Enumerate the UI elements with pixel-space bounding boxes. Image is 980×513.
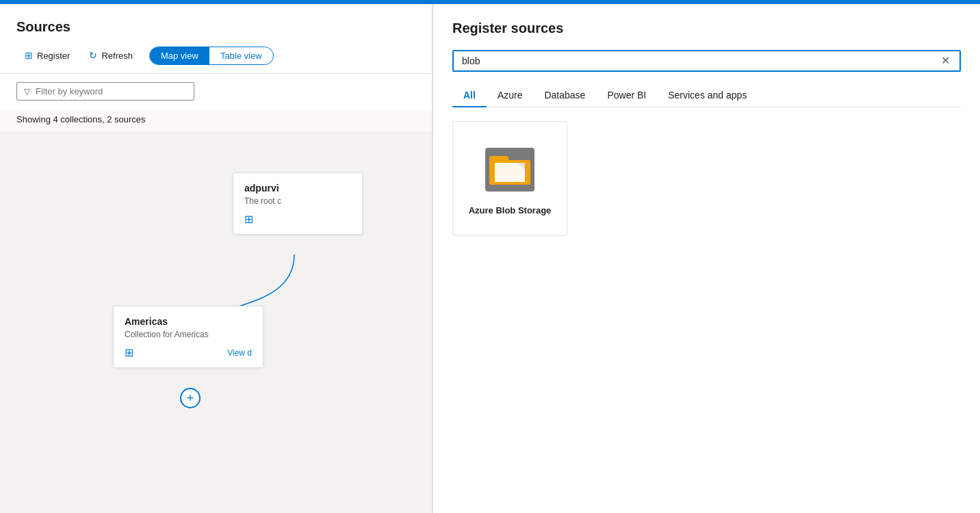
filter-icon: ▽	[24, 87, 30, 96]
tab-database[interactable]: Database	[533, 84, 596, 107]
azure-blob-storage-label: Azure Blob Storage	[469, 205, 552, 215]
source-card-azure-blob-storage[interactable]: Azure Blob Storage	[452, 121, 567, 236]
root-collection-card[interactable]: adpurvi The root c ⊞	[233, 172, 363, 235]
showing-text: Showing 4 collections, 2 sources	[0, 109, 432, 131]
add-child-button[interactable]: +	[180, 388, 201, 408]
americas-card-subtitle: Collection for Americas	[125, 330, 252, 339]
root-card-subtitle: The root c	[244, 196, 351, 206]
register-button[interactable]: ⊞ Register	[16, 46, 78, 65]
tab-all[interactable]: All	[452, 84, 487, 107]
map-canvas: adpurvi The root c ⊞ Americas Collection…	[0, 131, 432, 513]
root-card-footer: ⊞	[244, 213, 351, 226]
view-details-link[interactable]: View d	[227, 348, 252, 358]
register-icon: ⊞	[25, 50, 33, 61]
register-sources-title: Register sources	[452, 21, 961, 36]
right-panel: Register sources ✕ All Azure Database Po…	[433, 4, 980, 513]
map-view-button[interactable]: Map view	[150, 47, 209, 64]
filter-input[interactable]	[36, 86, 187, 96]
refresh-button[interactable]: ↻ Refresh	[81, 46, 141, 65]
filter-input-wrap[interactable]: ▽	[16, 82, 194, 101]
root-card-icon: ⊞	[244, 213, 253, 226]
filter-bar: ▽	[0, 74, 432, 109]
top-bar	[0, 0, 980, 4]
source-grid: Azure Blob Storage	[452, 121, 961, 236]
search-bar[interactable]: ✕	[452, 50, 961, 72]
left-toolbar: ⊞ Register ↻ Refresh Map view Table view	[16, 46, 415, 65]
search-clear-button[interactable]: ✕	[940, 55, 951, 66]
americas-collection-card[interactable]: Americas Collection for Americas ⊞ View …	[113, 306, 263, 368]
tabs: All Azure Database Power BI Services and…	[452, 84, 961, 107]
source-search-input[interactable]	[462, 55, 940, 66]
root-card-title: adpurvi	[244, 183, 351, 194]
view-toggle: Map view Table view	[149, 47, 274, 65]
tab-azure[interactable]: Azure	[487, 84, 534, 107]
refresh-icon: ↻	[89, 50, 97, 61]
azure-blob-storage-icon	[482, 142, 537, 197]
left-header: Sources ⊞ Register ↻ Refresh Map view Ta…	[0, 4, 432, 74]
tab-services[interactable]: Services and apps	[657, 84, 758, 107]
americas-card-footer: ⊞ View d	[125, 346, 252, 359]
left-panel: Sources ⊞ Register ↻ Refresh Map view Ta…	[0, 4, 433, 513]
americas-card-title: Americas	[125, 316, 252, 327]
svg-rect-3	[495, 163, 525, 182]
page-title: Sources	[16, 19, 415, 35]
tab-powerbi[interactable]: Power BI	[596, 84, 657, 107]
table-view-button[interactable]: Table view	[209, 47, 273, 64]
americas-card-icon: ⊞	[125, 346, 133, 359]
